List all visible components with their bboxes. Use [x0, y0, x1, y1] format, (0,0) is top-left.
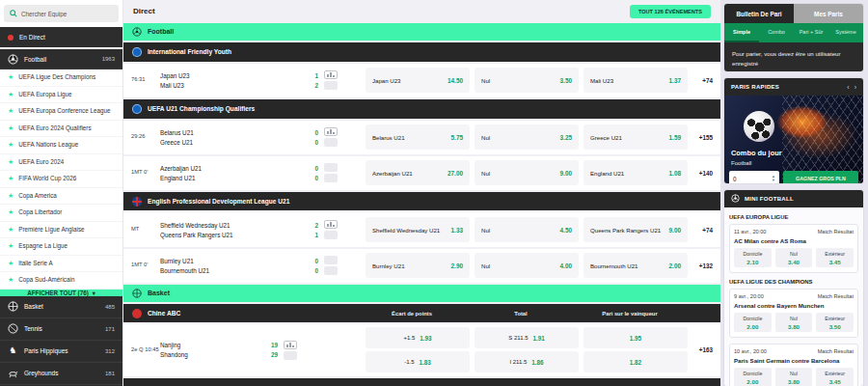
odd-draw-button[interactable]: Nul9.00: [475, 160, 579, 185]
sidebar-league-item[interactable]: ★UEFA Nations League: [0, 137, 122, 154]
sidebar-item-football[interactable]: Football 1963: [0, 49, 122, 69]
odd-away-button[interactable]: Bournemouth U212.00: [583, 253, 688, 278]
subtab-simple[interactable]: Simple: [724, 23, 759, 42]
stake-input[interactable]: [733, 176, 762, 182]
odd-away-button[interactable]: England U211.08: [583, 160, 688, 185]
more-markets-button[interactable]: +140: [688, 170, 713, 177]
sidebar-item-paris-hippiques[interactable]: ♞ Paris Hippiques 312: [0, 341, 122, 363]
league-header[interactable]: English Professional Development League …: [123, 192, 720, 211]
football-section-header[interactable]: Football: [123, 23, 720, 41]
promo-banner[interactable]: Combo du jour Football ▲▼ GAGNEZ GROS PL…: [724, 96, 863, 182]
sidebar-item-basket[interactable]: Basket 485: [0, 296, 122, 318]
more-markets-button[interactable]: +163: [688, 346, 713, 353]
show-all-button[interactable]: AFFICHER TOUT (76)▾: [0, 290, 122, 296]
sidebar-league-item[interactable]: ★UEFA Europa Ligue: [0, 87, 122, 104]
mini-odd-away-button[interactable]: Extérieur3.45: [816, 248, 854, 267]
sidebar-item-tennis[interactable]: Tennis 171: [0, 318, 122, 341]
odd-draw-button[interactable]: Nul4.50: [475, 217, 579, 242]
win-big-button[interactable]: GAGNEZ GROS PLN: [783, 171, 858, 182]
sidebar-league-item[interactable]: ★Copa America: [0, 188, 122, 206]
league-header[interactable]: UEFA U21 Championship Qualifiers: [123, 99, 720, 119]
sidebar-league-item[interactable]: ★Copa Libertador: [0, 205, 122, 222]
mini-odd-home-button[interactable]: Domicile2.10: [734, 248, 772, 267]
star-icon: ★: [8, 276, 14, 283]
total-over-button[interactable]: S 211.51.91: [475, 327, 579, 348]
home-team: Burnley U21: [160, 258, 307, 264]
mini-odd-draw-button[interactable]: Nul3.80: [775, 313, 813, 332]
odd-home-button[interactable]: Azerbaijan U2127.00: [366, 160, 470, 185]
sidebar-league-item[interactable]: ★Espagne La Ligue: [0, 238, 122, 256]
match-teams[interactable]: Azerbaijan U21 England U21: [160, 165, 307, 181]
basket-section-header[interactable]: Basket: [123, 285, 720, 302]
match-teams[interactable]: Belarus U21 Greece U21: [160, 129, 307, 146]
league-header[interactable]: International Friendly Youth: [123, 42, 720, 62]
winner-column: 1.95 1.82: [583, 327, 688, 372]
odd-draw-button[interactable]: Nul3.25: [475, 124, 579, 150]
sidebar-league-item[interactable]: ★Copa Sud-Américain: [0, 272, 122, 290]
stake-input-box[interactable]: ▲▼: [729, 171, 779, 182]
stats-icon[interactable]: [283, 341, 298, 360]
sidebar-league-item[interactable]: ★UEFA Euro 2024: [0, 154, 122, 172]
sidebar-item-greyhounds[interactable]: Greyhounds 181: [0, 363, 122, 385]
search-box[interactable]: [4, 5, 119, 22]
mini-odd-draw-button[interactable]: Nul3.80: [775, 368, 813, 386]
winner-home-button[interactable]: 1.95: [583, 327, 688, 348]
odd-draw-button[interactable]: Nul3.50: [475, 68, 579, 93]
subtab-combo[interactable]: Combo: [759, 23, 794, 42]
stats-icon[interactable]: [323, 163, 339, 182]
league-header[interactable]: Chine ABC Écart de points Total Pari sur…: [123, 304, 720, 323]
odd-home-button[interactable]: Burnley U212.90: [366, 253, 470, 278]
more-markets-button[interactable]: +132: [688, 262, 713, 269]
odd-away-button[interactable]: Greece U211.59: [583, 124, 688, 150]
match-odds: Azerbaijan U2127.00 Nul9.00 England U211…: [366, 160, 688, 185]
sidebar-league-item[interactable]: ★UEFA Euro 2024 Qualifiers: [0, 121, 122, 138]
match-teams[interactable]: Nanjing Shandong: [160, 342, 266, 358]
all-events-button[interactable]: TOUT 126 ÉVÉNEMENTS: [630, 5, 711, 18]
sidebar-league-item[interactable]: ★Première Ligue Anglaise: [0, 222, 122, 239]
sidebar-league-item[interactable]: ★Italie Serie A: [0, 256, 122, 273]
tab-bulletin-de-pari[interactable]: Bulletin De Pari: [724, 4, 794, 23]
promo-copy: Combo du jour Football: [731, 149, 782, 166]
odd-home-button[interactable]: Belarus U215.75: [366, 124, 470, 150]
sidebar-league-item[interactable]: ★FIFA World Cup 2026: [0, 171, 122, 188]
stats-icon[interactable]: [323, 70, 339, 90]
odd-home-button[interactable]: Sheffield Wednesday U211.33: [366, 217, 470, 242]
stats-icon[interactable]: [323, 256, 339, 275]
total-under-button[interactable]: I 211.51.86: [475, 351, 579, 372]
league-list: ★UEFA Ligue Des Champions ★UEFA Europa L…: [0, 69, 122, 290]
mini-odd-home-button[interactable]: Domicile2.00: [734, 313, 772, 332]
next-arrow-icon[interactable]: ›: [854, 84, 856, 91]
more-markets-button[interactable]: +155: [688, 134, 713, 141]
mini-odd-home-button[interactable]: Domicile2.00: [734, 368, 772, 386]
stats-icon[interactable]: [323, 220, 339, 239]
tab-mes-paris[interactable]: Mes Paris: [794, 4, 863, 23]
match-teams[interactable]: Sheffield Wednesday U21 Queens Park Rang…: [160, 222, 307, 238]
stepper-icon[interactable]: ▲▼: [772, 175, 775, 182]
match-teams[interactable]: Burnley U21 Bournemouth U21: [160, 258, 307, 274]
stats-icon[interactable]: [323, 127, 339, 147]
odd-draw-button[interactable]: Nul4.00: [475, 253, 579, 278]
spread-under-button[interactable]: -1.51.83: [366, 351, 470, 372]
sidebar-league-item[interactable]: ★UEFA Ligue Des Champions: [0, 69, 122, 87]
subtab-pari-plus-sur[interactable]: Pari + Sûr: [794, 23, 828, 42]
globe-icon: [132, 104, 142, 114]
total-column: S 211.51.91 I 211.51.86: [475, 327, 579, 372]
odd-home-button[interactable]: Japan U2314.50: [366, 68, 470, 93]
mini-odd-away-button[interactable]: Extérieur3.45: [816, 368, 854, 386]
more-markets-button[interactable]: +74: [688, 227, 713, 234]
odd-away-button[interactable]: Queens Park Rangers U219.00: [583, 217, 688, 242]
search-input[interactable]: [21, 11, 113, 17]
mini-league-label: UEFA EUROPA LIGUE: [729, 214, 858, 220]
mini-odd-away-button[interactable]: Extérieur3.50: [816, 313, 854, 332]
match-teams[interactable]: Japan U23 Mali U23: [160, 72, 307, 89]
prev-arrow-icon[interactable]: ‹: [847, 84, 849, 91]
subtab-systeme[interactable]: Système: [828, 23, 863, 42]
sidebar-item-live[interactable]: En Direct: [0, 27, 122, 47]
winner-away-button[interactable]: 1.82: [583, 351, 688, 372]
more-markets-button[interactable]: +74: [688, 77, 713, 84]
odd-away-button[interactable]: Mali U231.37: [583, 68, 688, 93]
spread-over-button[interactable]: +1.51.93: [366, 327, 470, 348]
match-row: 1MT 0' Azerbaijan U21 England U21 0 0 Az…: [123, 156, 720, 190]
sidebar-league-item[interactable]: ★UEFA Europa Conference League: [0, 103, 122, 121]
mini-odd-draw-button[interactable]: Nul3.40: [775, 248, 813, 267]
